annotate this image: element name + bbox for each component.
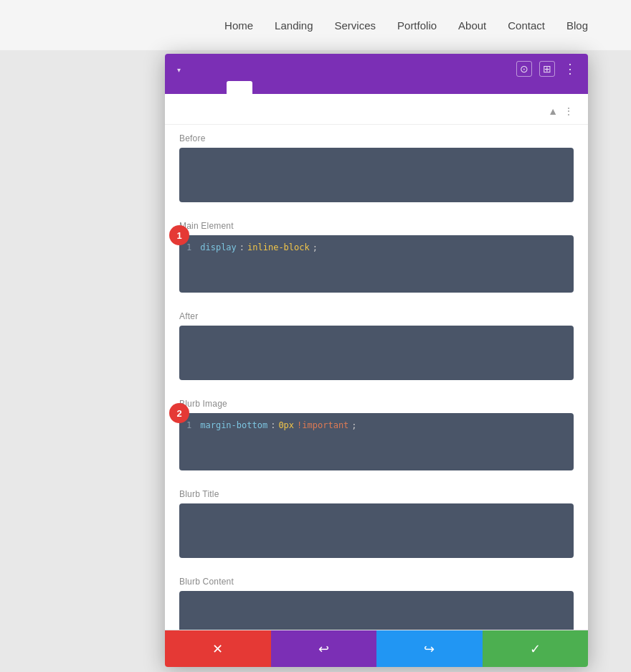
css-field-label-4: Blurb Title bbox=[179, 489, 574, 499]
nav-item-home[interactable]: Home bbox=[224, 19, 253, 32]
css-semicolon: ; bbox=[313, 242, 318, 252]
line-number: 1 bbox=[186, 420, 191, 430]
responsive-icon[interactable]: ⊙ bbox=[516, 61, 532, 77]
css-property: display bbox=[200, 242, 237, 252]
nav-item-landing[interactable]: Landing bbox=[275, 19, 313, 32]
css-semicolon: ; bbox=[351, 420, 356, 430]
css-field-section-3: Blurb Image21margin-bottom: 0px !importa… bbox=[165, 390, 588, 481]
css-editor-wrapper-1: 11display: inline-block; bbox=[179, 235, 574, 293]
css-field-section-5: Blurb Content bbox=[165, 568, 588, 630]
cancel-button[interactable]: ✕ bbox=[165, 630, 271, 667]
code-line-3: 1margin-bottom: 0px !important; bbox=[186, 420, 566, 430]
tab-content[interactable] bbox=[175, 81, 201, 94]
css-colon: : bbox=[239, 242, 245, 252]
top-nav: HomeLandingServicesPortfolioAboutContact… bbox=[0, 0, 631, 50]
section-controls: ▲ ⋮ bbox=[548, 105, 574, 117]
code-line-1: 1display: inline-block; bbox=[186, 242, 566, 252]
section-more-icon[interactable]: ⋮ bbox=[564, 105, 574, 117]
css-editor-wrapper-3: 21margin-bottom: 0px !important; bbox=[179, 413, 574, 470]
section-collapse-icon[interactable]: ▲ bbox=[548, 105, 558, 117]
split-view-icon[interactable]: ⊞ bbox=[539, 61, 555, 77]
modal-header-icons: ⊙ ⊞ ⋮ bbox=[516, 61, 578, 77]
nav-item-services[interactable]: Services bbox=[335, 19, 376, 32]
css-field-section-0: Before bbox=[165, 125, 588, 212]
css-property: margin-bottom bbox=[200, 420, 267, 430]
css-field-label-3: Blurb Image bbox=[179, 399, 574, 409]
css-editor-3[interactable]: 1margin-bottom: 0px !important; bbox=[179, 413, 574, 470]
nav-item-about[interactable]: About bbox=[458, 19, 486, 32]
blurb-settings-modal: ▾ ⊙ ⊞ ⋮ ▲ ⋮ BeforeMain Element1 bbox=[165, 54, 588, 667]
modal-tabs bbox=[175, 81, 578, 94]
nav-item-contact[interactable]: Contact bbox=[508, 19, 545, 32]
css-field-label-5: Blurb Content bbox=[179, 577, 574, 587]
css-colon: : bbox=[270, 420, 275, 430]
css-editor-wrapper-2 bbox=[179, 326, 574, 380]
css-editor-1[interactable]: 1display: inline-block; bbox=[179, 235, 574, 293]
css-editor-5[interactable] bbox=[179, 591, 574, 630]
css-editor-wrapper-5 bbox=[179, 591, 574, 630]
css-field-section-2: After bbox=[165, 303, 588, 390]
bottom-action-bar: ✕ ↩ ↪ ✓ bbox=[165, 630, 588, 667]
css-editor-0[interactable] bbox=[179, 148, 574, 202]
css-field-label-0: Before bbox=[179, 133, 574, 143]
nav-item-portfolio[interactable]: Portfolio bbox=[397, 19, 437, 32]
css-field-label-1: Main Element bbox=[179, 221, 574, 231]
modal-preset[interactable]: ▾ bbox=[175, 66, 181, 74]
redo-button[interactable]: ↪ bbox=[376, 630, 483, 667]
css-value: 0px bbox=[278, 420, 294, 430]
css-field-section-1: Main Element11display: inline-block; bbox=[165, 212, 588, 303]
more-options-icon[interactable]: ⋮ bbox=[562, 61, 578, 77]
undo-button[interactable]: ↩ bbox=[271, 630, 377, 667]
css-field-section-4: Blurb Title bbox=[165, 481, 588, 568]
badge-2: 2 bbox=[169, 403, 189, 423]
modal-header: ▾ ⊙ ⊞ ⋮ bbox=[165, 54, 588, 94]
css-field-label-2: After bbox=[179, 311, 574, 321]
line-number: 1 bbox=[186, 242, 191, 252]
modal-body[interactable]: ▲ ⋮ BeforeMain Element11display: inline-… bbox=[165, 94, 588, 630]
preset-dropdown-arrow: ▾ bbox=[177, 66, 181, 74]
css-editor-wrapper-0 bbox=[179, 148, 574, 202]
custom-css-section-header: ▲ ⋮ bbox=[165, 94, 588, 125]
tab-design[interactable] bbox=[201, 81, 227, 94]
css-value: inline-block bbox=[247, 242, 310, 252]
css-editor-2[interactable] bbox=[179, 326, 574, 380]
tab-advanced[interactable] bbox=[227, 81, 252, 94]
css-editor-4[interactable] bbox=[179, 503, 574, 558]
save-button[interactable]: ✓ bbox=[483, 630, 589, 667]
nav-item-blog[interactable]: Blog bbox=[566, 19, 588, 32]
modal-title-block: ▾ bbox=[175, 65, 181, 74]
css-important: !important bbox=[297, 420, 348, 430]
css-fields: BeforeMain Element11display: inline-bloc… bbox=[165, 125, 588, 630]
css-editor-wrapper-4 bbox=[179, 503, 574, 558]
badge-1: 1 bbox=[169, 225, 189, 245]
